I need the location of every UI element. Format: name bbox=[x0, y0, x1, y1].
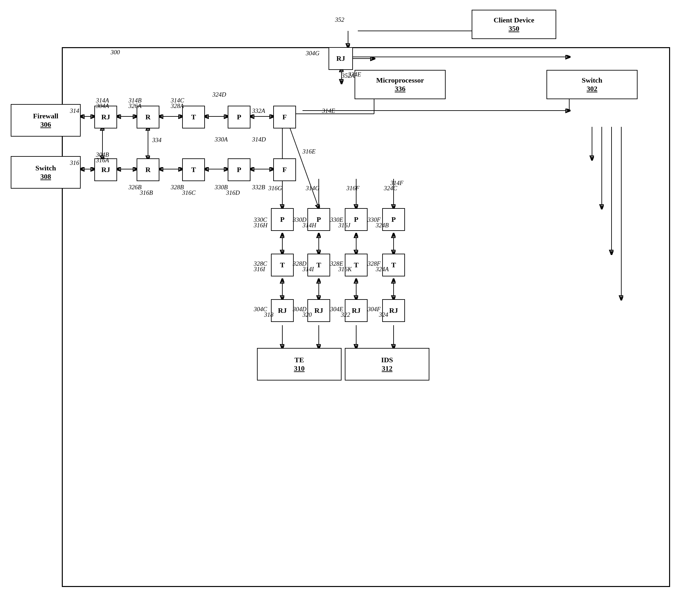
rj-bot1: RJ bbox=[271, 299, 294, 322]
label-314F: 314F bbox=[390, 179, 403, 187]
t-col3: T bbox=[345, 254, 368, 276]
label-332A: 332A bbox=[252, 107, 265, 115]
t-col2-label: T bbox=[317, 261, 321, 269]
t-col3-label: T bbox=[354, 261, 359, 269]
ids312-box: IDS 312 bbox=[345, 348, 429, 380]
switch308-label: Switch bbox=[35, 164, 56, 172]
r-row1-label: R bbox=[145, 113, 151, 121]
firewall306-sublabel: 306 bbox=[33, 120, 58, 129]
rj-bot3: RJ bbox=[345, 299, 368, 322]
te310-sublabel: 310 bbox=[294, 364, 305, 373]
t-col2: T bbox=[307, 254, 330, 276]
r-row2: R bbox=[136, 158, 159, 181]
label-314E: 314E bbox=[322, 107, 335, 115]
p-row1: P bbox=[228, 106, 250, 128]
label-314: 314 bbox=[70, 107, 79, 115]
label-318: 318 bbox=[264, 311, 274, 318]
rj-bot4: RJ bbox=[382, 299, 405, 322]
client-device-label: Client Device bbox=[494, 16, 534, 24]
label-324E: 324E bbox=[348, 71, 361, 78]
label-314D: 314D bbox=[252, 136, 266, 143]
f-row1: F bbox=[273, 106, 296, 128]
p-col1: P bbox=[271, 208, 294, 231]
switch302-sublabel: 302 bbox=[582, 84, 602, 93]
label-316E: 316E bbox=[302, 148, 316, 155]
label-334: 334 bbox=[152, 136, 162, 144]
t-row1: T bbox=[182, 106, 205, 128]
label-316B: 316B bbox=[140, 189, 153, 196]
diagram: 300 Client Device 350 352 RJ 304G 352A M… bbox=[0, 0, 700, 600]
label-314G: 314G bbox=[306, 185, 319, 192]
p-col3-label: P bbox=[354, 215, 358, 224]
microprocessor-sublabel: 336 bbox=[376, 84, 424, 93]
label-326A: 326A bbox=[128, 102, 142, 109]
p-col1-label: P bbox=[280, 215, 284, 224]
microprocessor-label: Microprocessor bbox=[376, 76, 424, 84]
t-col4: T bbox=[382, 254, 405, 276]
rj-bot2-label: RJ bbox=[315, 306, 323, 315]
p-row1-label: P bbox=[237, 113, 241, 121]
label-324B: 324B bbox=[376, 222, 389, 229]
f-row2-label: F bbox=[282, 166, 286, 174]
label-316D: 316D bbox=[226, 189, 240, 196]
f-row1-label: F bbox=[282, 113, 286, 121]
label-324D: 324D bbox=[212, 91, 226, 98]
label-304A: 304A bbox=[96, 102, 109, 109]
client-device-box: Client Device 350 bbox=[472, 10, 556, 39]
switch302-box: Switch 302 bbox=[547, 70, 638, 99]
ids312-sublabel: 312 bbox=[381, 364, 393, 373]
rj-bot1-label: RJ bbox=[278, 306, 287, 315]
f-row2: F bbox=[273, 158, 296, 181]
rj-bot2: RJ bbox=[307, 299, 330, 322]
label-316A: 316A bbox=[96, 157, 109, 164]
label-324A: 324A bbox=[376, 266, 389, 273]
rj-top-label: RJ bbox=[336, 54, 345, 63]
label-332B: 332B bbox=[252, 184, 265, 191]
firewall306-label: Firewall bbox=[33, 112, 58, 120]
label-316G: 316G bbox=[268, 185, 282, 192]
label-352: 352 bbox=[335, 16, 345, 23]
t-col4-label: T bbox=[391, 261, 396, 269]
label-314H: 314H bbox=[302, 222, 316, 229]
switch302-label: Switch bbox=[582, 76, 602, 84]
t-row1-label: T bbox=[191, 113, 196, 121]
rj-bot3-label: RJ bbox=[352, 306, 361, 315]
label-322: 322 bbox=[341, 311, 350, 318]
label-324: 324 bbox=[379, 311, 389, 318]
label-314I: 314I bbox=[302, 266, 314, 273]
rj-row2-label: RJ bbox=[101, 166, 110, 174]
rj-bot4-label: RJ bbox=[390, 306, 398, 315]
ids312-label: IDS bbox=[381, 356, 393, 364]
client-device-sublabel: 350 bbox=[494, 24, 534, 33]
label-316I: 316I bbox=[254, 266, 265, 273]
label-316J: 316J bbox=[338, 222, 350, 229]
t-col1-label: T bbox=[280, 261, 285, 269]
label-316K: 316K bbox=[338, 266, 352, 273]
rj-row1-label: RJ bbox=[101, 113, 110, 121]
te310-box: TE 310 bbox=[257, 348, 342, 380]
p-col4-label: P bbox=[391, 215, 396, 224]
label-316F: 316F bbox=[346, 185, 359, 192]
p-row2: P bbox=[228, 158, 250, 181]
p-col2-label: P bbox=[317, 215, 321, 224]
microprocessor-box: Microprocessor 336 bbox=[354, 70, 446, 99]
t-col1: T bbox=[271, 254, 294, 276]
label-300: 300 bbox=[110, 49, 120, 56]
t-row2-label: T bbox=[191, 166, 196, 174]
label-316C: 316C bbox=[182, 189, 196, 196]
te310-label: TE bbox=[294, 356, 305, 364]
label-316: 316 bbox=[70, 159, 79, 167]
label-320: 320 bbox=[302, 311, 312, 318]
t-row2: T bbox=[182, 158, 205, 181]
label-316H: 316H bbox=[254, 222, 267, 229]
label-330A: 330A bbox=[215, 136, 228, 143]
label-304G: 304G bbox=[306, 50, 319, 57]
p-row2-label: P bbox=[237, 166, 241, 174]
label-328A: 328A bbox=[171, 102, 184, 109]
switch308-sublabel: 308 bbox=[35, 172, 56, 181]
r-row2-label: R bbox=[145, 166, 151, 174]
rj-top: RJ bbox=[328, 47, 353, 70]
